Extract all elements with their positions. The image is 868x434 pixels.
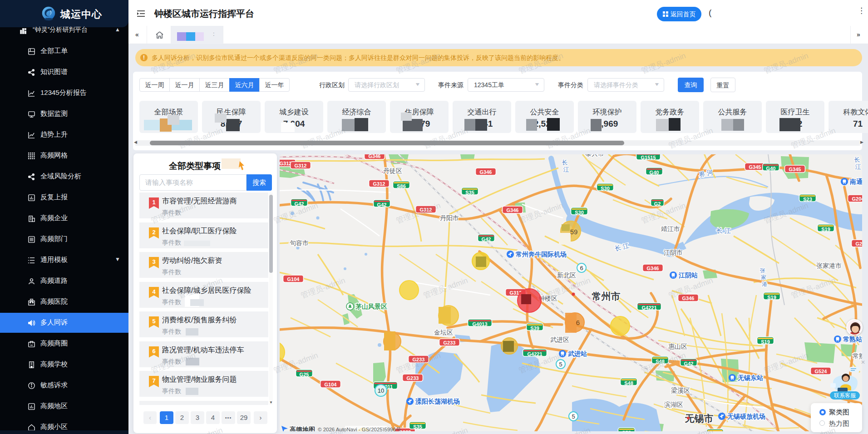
svg-text:S23: S23 [803, 197, 812, 202]
svg-text:G42: G42 [684, 361, 694, 366]
svg-text:5: 5 [572, 413, 575, 420]
svg-text:江阴市: 江阴市 [664, 249, 683, 256]
svg-text:新北区: 新北区 [557, 271, 576, 279]
svg-text:长: 长 [562, 159, 568, 166]
svg-text:家: 家 [761, 274, 766, 281]
svg-text:10: 10 [378, 387, 384, 394]
svg-text:G1515: G1515 [641, 155, 656, 160]
svg-text:G40: G40 [766, 166, 776, 171]
svg-text:长 江: 长 江 [614, 242, 630, 252]
svg-text:S30: S30 [575, 210, 584, 215]
svg-text:G346: G346 [647, 266, 659, 271]
svg-text:G4221: G4221 [641, 305, 656, 311]
svg-text:港: 港 [762, 281, 767, 287]
svg-text:无锡东站: 无锡东站 [737, 374, 763, 381]
svg-text:惠山区: 惠山区 [668, 343, 687, 350]
svg-text:S39: S39 [530, 326, 539, 331]
svg-text:G345: G345 [789, 167, 801, 172]
svg-text:G40: G40 [650, 170, 659, 175]
svg-text:溧阳长荡湖机场: 溧阳长荡湖机场 [415, 398, 460, 405]
svg-text:G346: G346 [480, 169, 492, 175]
svg-text:G312: G312 [373, 181, 385, 187]
svg-text:S35: S35 [465, 190, 474, 195]
svg-text:G233: G233 [444, 340, 456, 345]
svg-text:泰兴市: 泰兴市 [585, 154, 604, 157]
svg-text:S19: S19 [821, 227, 830, 232]
svg-text:G4013: G4013 [472, 321, 487, 327]
svg-text:丹徒区: 丹徒区 [383, 167, 402, 174]
svg-text:S30: S30 [601, 186, 610, 191]
svg-text:S19: S19 [761, 339, 770, 345]
svg-text:张: 张 [760, 267, 765, 274]
svg-text:长 江: 长 江 [716, 227, 731, 234]
svg-text:张家港市: 张家港市 [816, 262, 842, 269]
svg-text:G312: G312 [420, 207, 432, 212]
svg-text:5: 5 [559, 361, 562, 368]
svg-text:G346: G346 [369, 154, 381, 159]
svg-text:靖江市: 靖江市 [661, 225, 680, 232]
svg-text:S86: S86 [397, 183, 406, 189]
svg-text:G104: G104 [287, 276, 300, 282]
svg-text:G2: G2 [654, 201, 661, 207]
svg-text:G524: G524 [815, 369, 828, 374]
svg-text:武进站: 武进站 [567, 350, 587, 357]
svg-text:S48: S48 [656, 359, 665, 364]
svg-text:茅山风景区: 茅山风景区 [355, 303, 387, 310]
svg-text:江: 江 [855, 163, 861, 170]
svg-text:常州市: 常州市 [592, 291, 621, 301]
svg-text:无锡硕放机场: 无锡硕放机场 [727, 413, 765, 420]
svg-text:常州奔牛国际机场: 常州奔牛国际机场 [515, 251, 567, 258]
svg-text:梁溪区: 梁溪区 [671, 387, 690, 394]
svg-text:S19: S19 [710, 431, 720, 432]
svg-text:S19: S19 [767, 295, 776, 300]
svg-text:G204: G204 [852, 196, 862, 202]
svg-text:长: 长 [854, 156, 860, 163]
svg-text:6: 6 [576, 319, 580, 326]
svg-text:武进区: 武进区 [550, 336, 569, 343]
svg-text:G42: G42 [377, 202, 387, 207]
svg-text:G346: G346 [507, 207, 519, 213]
svg-text:59: 59 [570, 228, 578, 236]
svg-text:南通西站: 南通西站 [849, 178, 862, 185]
svg-text:江: 江 [563, 166, 569, 173]
svg-text:G104: G104 [325, 382, 337, 387]
svg-text:S35: S35 [413, 424, 422, 429]
svg-text:G25: G25 [300, 372, 309, 377]
svg-text:G4221: G4221 [527, 351, 542, 357]
svg-text:G204: G204 [856, 241, 862, 247]
svg-text:S48: S48 [624, 380, 633, 386]
svg-text:G42: G42 [295, 201, 304, 207]
svg-text:常熟站: 常熟站 [843, 335, 862, 343]
svg-text:G312: G312 [295, 163, 307, 168]
svg-text:G233: G233 [413, 357, 425, 362]
svg-text:6: 6 [580, 265, 583, 271]
svg-text:江阴站: 江阴站 [678, 271, 698, 279]
svg-text:高德地图: 高德地图 [290, 426, 315, 431]
svg-text:滨湖区: 滨湖区 [664, 401, 683, 408]
svg-text:常熟市: 常熟市 [853, 352, 862, 360]
svg-text:丹阳市: 丹阳市 [440, 214, 459, 222]
svg-text:S58: S58 [622, 430, 631, 432]
svg-text:G42: G42 [482, 237, 491, 242]
svg-text:G312: G312 [280, 161, 291, 166]
svg-text:© 2026 AutoNavi - GS(2025)5996: © 2026 AutoNavi - GS(2025)5996号 [318, 427, 401, 431]
svg-text:G346: G346 [682, 296, 695, 301]
svg-text:金坛区: 金坛区 [434, 329, 453, 336]
svg-text:G233: G233 [407, 375, 419, 381]
svg-text:G345: G345 [749, 164, 761, 170]
svg-text:句容市: 句容市 [290, 239, 309, 247]
